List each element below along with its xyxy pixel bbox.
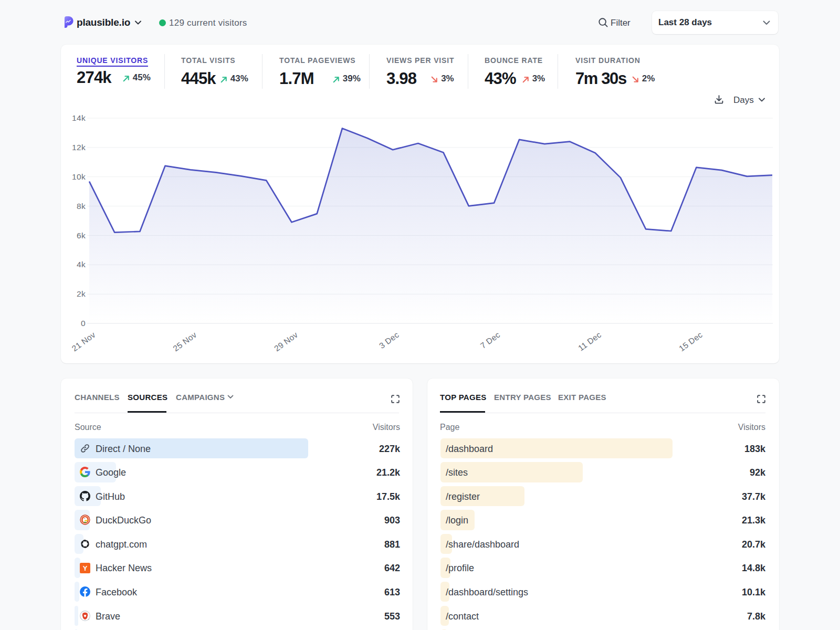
svg-text:8k: 8k [77, 202, 86, 211]
svg-text:3 Dec: 3 Dec [377, 330, 401, 350]
svg-text:12k: 12k [72, 143, 86, 152]
svg-text:7 Dec: 7 Dec [479, 330, 502, 350]
svg-text:6k: 6k [77, 231, 86, 240]
svg-text:2k: 2k [77, 289, 86, 298]
svg-text:15 Dec: 15 Dec [677, 330, 704, 353]
svg-text:11 Dec: 11 Dec [576, 330, 603, 353]
svg-text:29 Nov: 29 Nov [272, 330, 299, 353]
svg-text:0: 0 [81, 319, 86, 328]
svg-text:10k: 10k [72, 172, 86, 181]
svg-text:Y: Y [83, 564, 88, 572]
svg-text:14k: 14k [72, 113, 86, 122]
svg-text:21 Nov: 21 Nov [70, 330, 97, 353]
svg-text:25 Nov: 25 Nov [171, 330, 198, 353]
svg-text:4k: 4k [77, 260, 86, 269]
